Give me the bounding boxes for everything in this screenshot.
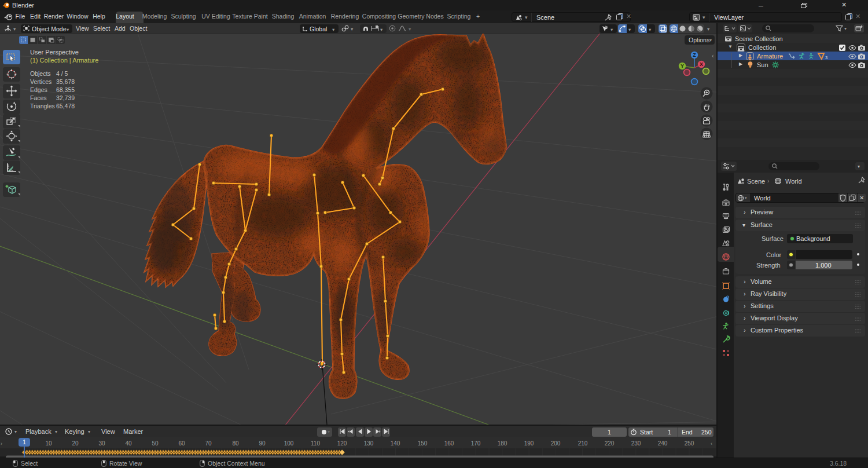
svg-text:70: 70 xyxy=(205,440,212,447)
svg-text:50: 50 xyxy=(152,440,159,447)
svg-text:140: 140 xyxy=(391,440,400,447)
svg-text:220: 220 xyxy=(605,440,615,447)
svg-text:190: 190 xyxy=(524,440,534,447)
svg-text:170: 170 xyxy=(471,440,481,447)
svg-text:130: 130 xyxy=(364,440,374,447)
svg-text:20: 20 xyxy=(72,440,79,447)
svg-text:110: 110 xyxy=(311,440,320,447)
svg-text:100: 100 xyxy=(284,440,294,447)
svg-text:200: 200 xyxy=(551,440,561,447)
svg-text:230: 230 xyxy=(631,440,641,447)
svg-text:80: 80 xyxy=(232,440,239,447)
svg-text:1: 1 xyxy=(23,439,26,445)
svg-text:240: 240 xyxy=(658,440,668,447)
svg-text:160: 160 xyxy=(444,440,454,447)
svg-text:180: 180 xyxy=(498,440,507,447)
svg-text:60: 60 xyxy=(178,440,185,447)
svg-text:90: 90 xyxy=(259,440,266,447)
svg-text:30: 30 xyxy=(98,440,105,447)
svg-text:150: 150 xyxy=(418,440,428,447)
svg-text:210: 210 xyxy=(578,440,588,447)
svg-text:120: 120 xyxy=(337,440,347,447)
svg-text:Z: Z xyxy=(693,52,696,58)
svg-text:250: 250 xyxy=(685,440,694,447)
svg-text:40: 40 xyxy=(125,440,132,447)
svg-text:Y: Y xyxy=(681,63,684,69)
svg-text:X: X xyxy=(700,61,703,67)
svg-text:10: 10 xyxy=(45,440,52,447)
